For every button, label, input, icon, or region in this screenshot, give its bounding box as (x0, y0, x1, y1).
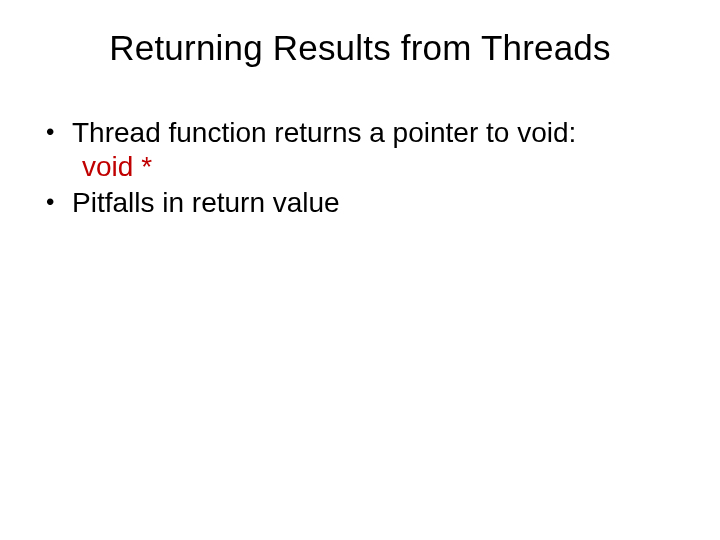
bullet-item: Pitfalls in return value (40, 186, 680, 220)
slide: Returning Results from Threads Thread fu… (0, 0, 720, 540)
slide-title: Returning Results from Threads (0, 0, 720, 68)
code-span: void * (72, 151, 152, 182)
bullet-list: Thread function returns a pointer to voi… (40, 116, 680, 220)
bullet-text: Thread function returns a pointer to voi… (72, 117, 576, 148)
slide-body: Thread function returns a pointer to voi… (0, 68, 720, 220)
bullet-item: Thread function returns a pointer to voi… (40, 116, 680, 184)
bullet-text: Pitfalls in return value (72, 187, 340, 218)
